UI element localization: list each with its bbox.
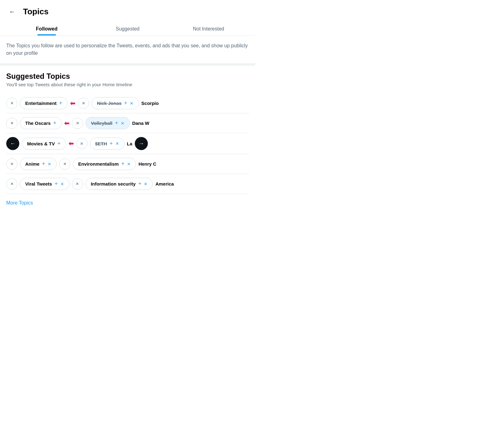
x-gray-icon: ✕ xyxy=(63,162,67,166)
topic-name: Nick Jonas xyxy=(97,101,121,106)
more-topics-link[interactable]: More Topics xyxy=(0,194,255,212)
arrow-indicator: ⬅ xyxy=(70,100,75,107)
dismiss-button[interactable]: ✕ xyxy=(78,98,89,109)
x-blue-icon[interactable]: ✕ xyxy=(48,162,51,167)
topic-pill-nick-jonas[interactable]: Nick Jonas + ✕ xyxy=(92,97,139,109)
nav-prev-button[interactable]: ← xyxy=(6,137,19,150)
suggested-title: Suggested Topics xyxy=(6,72,249,81)
dismiss-button[interactable]: ✕ xyxy=(59,158,70,170)
partial-topic: Scorpio xyxy=(141,101,159,106)
tabs-bar: Followed Suggested Not Interested xyxy=(0,21,255,36)
topic-row: ← Movies & TV + ⬅ ✕ $ETH + ✕ xyxy=(6,133,249,154)
x-blue-icon[interactable]: ✕ xyxy=(144,182,148,186)
topic-pill-the-oscars[interactable]: The Oscars + xyxy=(20,117,62,129)
arrow-right-icon: → xyxy=(139,140,144,147)
arrow-left-icon: ← xyxy=(10,140,16,147)
plus-button[interactable]: + xyxy=(42,161,45,167)
page-header: ← Topics xyxy=(0,0,255,21)
tab-suggested[interactable]: Suggested xyxy=(87,21,168,35)
topic-row: ✕ Entertainment + ⬅ ✕ Nick Jonas + xyxy=(6,93,249,113)
x-blue-icon[interactable]: ✕ xyxy=(127,162,131,167)
partial-topic: America xyxy=(155,181,174,186)
x-blue-icon[interactable]: ✕ xyxy=(60,182,64,186)
plus-button[interactable]: + xyxy=(124,100,128,106)
topic-name: Movies & TV xyxy=(27,141,55,146)
topic-pill-viral-tweets[interactable]: Viral Tweets + ✕ xyxy=(20,178,69,190)
partial-topic: Dana W xyxy=(132,120,149,126)
topic-name: $ETH xyxy=(95,141,107,146)
plus-button[interactable]: + xyxy=(57,140,61,147)
tab-not-interested[interactable]: Not Interested xyxy=(168,21,249,35)
topic-name: Anime xyxy=(25,161,40,167)
plus-button[interactable]: + xyxy=(54,181,58,187)
topic-row: ✕ Anime + ✕ ✕ Environmentalism + xyxy=(6,154,249,174)
topic-name: Viral Tweets xyxy=(25,181,52,186)
arrow-indicator: ⬅ xyxy=(68,140,74,147)
x-gray-icon: ✕ xyxy=(82,101,85,106)
plus-button[interactable]: + xyxy=(138,181,142,187)
suggested-section: Suggested Topics You'll see top Tweets a… xyxy=(0,66,255,194)
topic-name: Volleyball xyxy=(91,120,112,126)
topic-row: ✕ Viral Tweets + ✕ ✕ Information securit… xyxy=(6,174,249,194)
topic-pill-volleyball[interactable]: Volleyball + ✕ xyxy=(86,117,129,129)
plus-button[interactable]: + xyxy=(59,100,63,106)
dismiss-button[interactable]: ✕ xyxy=(76,138,87,149)
plus-button[interactable]: + xyxy=(121,161,125,167)
suggested-subtitle: You'll see top Tweets about these right … xyxy=(6,82,249,87)
topic-pill-information-security[interactable]: Information security + ✕ xyxy=(86,178,153,190)
topic-pill-anime[interactable]: Anime + ✕ xyxy=(20,158,57,170)
topic-name: Information security xyxy=(91,181,136,186)
topic-row: ✕ The Oscars + ⬅ ✕ Volleyball + ✕ xyxy=(6,113,249,133)
plus-button[interactable]: + xyxy=(110,140,113,147)
topic-pill-eth[interactable]: $ETH + ✕ xyxy=(90,138,125,150)
dismiss-button[interactable]: ✕ xyxy=(6,118,17,129)
dismiss-button[interactable]: ✕ xyxy=(6,158,17,170)
dismiss-button[interactable]: ✕ xyxy=(72,118,83,129)
topics-grid: ✕ Entertainment + ⬅ ✕ Nick Jonas + xyxy=(6,93,249,194)
partial-topic: Henry C xyxy=(139,161,157,167)
x-blue-icon[interactable]: ✕ xyxy=(115,141,119,146)
topic-pill-entertainment[interactable]: Entertainment + xyxy=(20,97,68,109)
description-text: The Topics you follow are used to person… xyxy=(0,36,255,66)
partial-topic: La xyxy=(127,141,133,146)
x-gray-icon: ✕ xyxy=(10,101,14,106)
topic-name: Entertainment xyxy=(25,101,57,106)
tab-followed[interactable]: Followed xyxy=(6,21,87,35)
topic-pill-environmentalism[interactable]: Environmentalism + ✕ xyxy=(73,158,136,170)
plus-button[interactable]: + xyxy=(53,120,57,126)
x-gray-icon: ✕ xyxy=(76,121,79,125)
topic-pill-movies-tv[interactable]: Movies & TV + xyxy=(22,138,66,150)
plus-button[interactable]: + xyxy=(115,120,118,126)
back-button[interactable]: ← xyxy=(6,6,18,17)
dismiss-button[interactable]: ✕ xyxy=(72,178,83,190)
x-blue-icon[interactable]: ✕ xyxy=(130,101,134,106)
dismiss-button[interactable]: ✕ xyxy=(6,178,17,190)
nav-next-button[interactable]: → xyxy=(135,137,148,150)
topic-name: The Oscars xyxy=(25,120,51,126)
x-gray-icon: ✕ xyxy=(10,121,14,125)
x-gray-icon: ✕ xyxy=(80,141,83,146)
dismiss-button[interactable]: ✕ xyxy=(6,98,17,109)
x-gray-icon: ✕ xyxy=(10,182,14,186)
arrow-indicator: ⬅ xyxy=(64,120,69,127)
x-blue-icon[interactable]: ✕ xyxy=(121,121,125,126)
topic-name: Environmentalism xyxy=(78,161,119,167)
page-title: Topics xyxy=(23,7,49,17)
x-gray-icon: ✕ xyxy=(76,182,79,186)
x-gray-icon: ✕ xyxy=(10,162,14,166)
